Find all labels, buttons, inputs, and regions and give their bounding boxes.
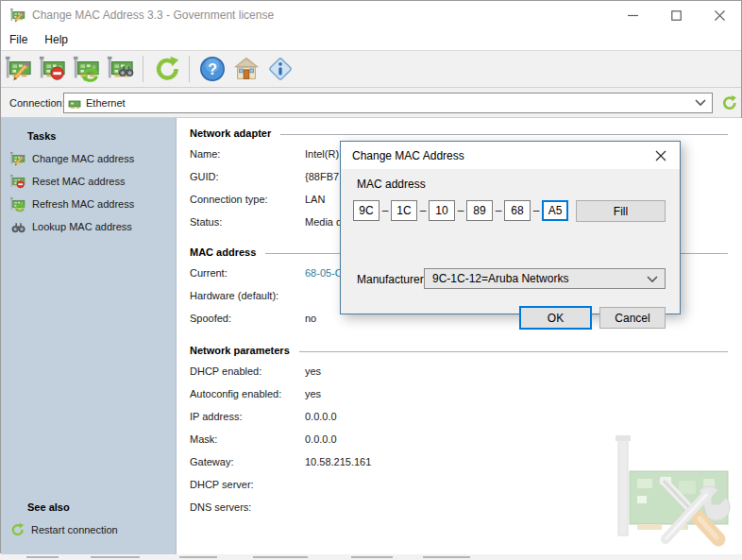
- menu-help[interactable]: Help: [36, 30, 76, 49]
- section-header-network-adapter: Network adapter: [177, 124, 742, 143]
- help-toolbar-button[interactable]: [195, 53, 229, 85]
- maximize-icon: [671, 10, 682, 21]
- detail-row: Autoconfig enabled:yes: [177, 382, 742, 405]
- lookup-mac-toolbar-button[interactable]: [103, 53, 137, 85]
- menu-file[interactable]: File: [1, 30, 36, 49]
- sidebar-item-refresh-mac[interactable]: Refresh MAC address: [1, 193, 176, 215]
- sidebar-item-reset-mac[interactable]: Reset MAC address: [1, 170, 176, 193]
- sidebar-item-lookup-mac[interactable]: Lookup MAC address: [1, 215, 176, 238]
- octet-separator: –: [493, 204, 504, 217]
- row-value: Intel(R): [305, 148, 339, 160]
- app-icon: [9, 8, 25, 24]
- mac-octet-1-input[interactable]: [353, 200, 379, 221]
- connection-select[interactable]: Ethernet: [63, 93, 713, 113]
- detail-row: DNS servers:: [177, 496, 742, 518]
- toolbar: [1, 50, 741, 88]
- dialog-body: MAC address – – – – – Fill Manufacturer: [341, 169, 680, 314]
- row-value: yes: [305, 365, 321, 377]
- refresh-connections-button[interactable]: [720, 94, 737, 113]
- row-label: DHCP enabled:: [190, 365, 305, 377]
- row-label: Mask:: [190, 433, 305, 445]
- background-window-sliver: [0, 554, 742, 560]
- nic-change-icon: [4, 55, 32, 83]
- connection-value: Ethernet: [86, 97, 126, 109]
- info-icon: [266, 55, 295, 83]
- current-mac-value: 68-05-C: [305, 267, 343, 279]
- restart-connection-icon: [152, 55, 180, 83]
- row-label: Spoofed:: [190, 313, 305, 324]
- mac-octet-5-input[interactable]: [504, 200, 531, 221]
- minimize-icon: [628, 10, 638, 21]
- nic-refresh-icon: [9, 196, 25, 212]
- cancel-button[interactable]: Cancel: [599, 307, 666, 329]
- title-bar: Change MAC Address 3.3 - Government lice…: [1, 1, 741, 29]
- sidebar-item-change-mac[interactable]: Change MAC address: [1, 147, 176, 170]
- section-title: Network adapter: [190, 127, 271, 139]
- row-value: 0.0.0.0: [305, 433, 337, 445]
- menu-bar: File Help: [1, 29, 741, 50]
- maximize-button[interactable]: [654, 1, 698, 29]
- refresh-mac-toolbar-button[interactable]: [69, 53, 103, 85]
- window-title: Change MAC Address 3.3 - Government lice…: [32, 8, 274, 22]
- change-mac-toolbar-button[interactable]: [1, 53, 35, 85]
- change-mac-dialog: Change MAC Address MAC address – – – –: [340, 141, 681, 314]
- sidebar-item-label: Refresh MAC address: [32, 198, 134, 210]
- row-label: Current:: [190, 267, 305, 279]
- row-label: Connection type:: [190, 194, 305, 205]
- sidebar-item-restart-connection[interactable]: Restart connection: [1, 518, 176, 541]
- fill-button[interactable]: Fill: [576, 200, 666, 222]
- app-window: Change MAC Address 3.3 - Government lice…: [0, 0, 742, 553]
- connection-bar: Connection: Ethernet: [1, 88, 741, 118]
- about-toolbar-button[interactable]: [263, 53, 297, 85]
- mac-octet-2-input[interactable]: [391, 200, 417, 221]
- octet-separator: –: [417, 204, 429, 217]
- home-icon: [232, 55, 261, 83]
- row-value: yes: [305, 388, 321, 399]
- row-value: no: [305, 313, 316, 324]
- mac-octet-6-input[interactable]: [542, 200, 568, 221]
- dialog-title-bar: Change MAC Address: [341, 142, 680, 169]
- ok-button[interactable]: OK: [519, 306, 592, 330]
- chevron-down-icon: [647, 276, 658, 283]
- detail-row: IP address:0.0.0.0: [177, 405, 742, 428]
- nic-reset-icon: [9, 174, 25, 190]
- binoculars-icon: [9, 219, 25, 235]
- nic-reset-icon: [38, 55, 66, 83]
- section-header-network-parameters: Network parameters: [177, 341, 742, 360]
- nic-refresh-icon: [72, 55, 100, 83]
- mac-address-group-label: MAC address: [357, 178, 426, 191]
- toolbar-separator: [143, 56, 143, 82]
- dialog-close-button[interactable]: [642, 142, 680, 169]
- detail-row: DHCP enabled:yes: [177, 360, 742, 382]
- connection-label: Connection:: [9, 97, 65, 109]
- row-value: {88FB7: [305, 171, 339, 182]
- home-toolbar-button[interactable]: [229, 53, 263, 85]
- manufacturer-label: Manufacturer: [357, 273, 424, 286]
- dialog-title: Change MAC Address: [352, 149, 464, 162]
- row-value: 0.0.0.0: [305, 411, 337, 422]
- sidebar-item-label: Reset MAC address: [32, 176, 125, 187]
- minimize-button[interactable]: [611, 1, 654, 29]
- close-icon: [655, 150, 666, 161]
- mac-octet-4-input[interactable]: [466, 200, 493, 221]
- row-label: GUID:: [190, 171, 305, 182]
- restart-connection-icon: [9, 522, 25, 537]
- row-value: Media d: [305, 216, 342, 228]
- tasks-header: Tasks: [27, 130, 176, 142]
- row-value: LAN: [305, 194, 325, 205]
- row-label: Status:: [190, 216, 305, 228]
- detail-row: Gateway:10.58.215.161: [177, 450, 742, 473]
- section-title: Network parameters: [190, 345, 290, 356]
- section-title: MAC address: [190, 246, 256, 258]
- mac-octet-3-input[interactable]: [429, 200, 455, 221]
- octet-separator: –: [531, 204, 542, 217]
- close-button[interactable]: [698, 1, 741, 29]
- sidebar-item-label: Lookup MAC address: [32, 221, 132, 232]
- sidebar-item-label: Restart connection: [31, 524, 118, 535]
- reset-mac-toolbar-button[interactable]: [35, 53, 69, 85]
- restart-connection-toolbar-button[interactable]: [149, 53, 183, 85]
- detail-row: DHCP server:: [177, 473, 742, 496]
- row-label: IP address:: [190, 411, 305, 422]
- manufacturer-select[interactable]: 9C-1C-12=Aruba Networks: [424, 268, 666, 289]
- row-label: DNS servers:: [190, 501, 305, 513]
